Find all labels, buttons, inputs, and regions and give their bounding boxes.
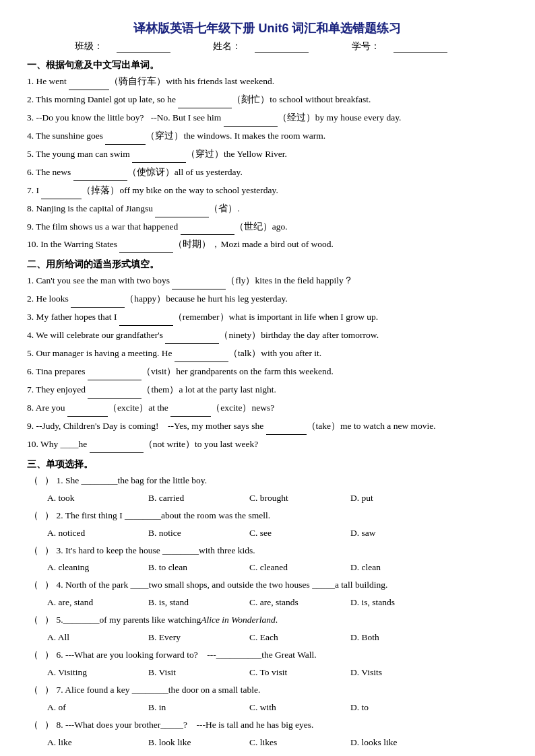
class-label: 班级：: [75, 41, 184, 51]
choice-q8-options: A. likeB. look likeC. likesD. looks like: [47, 735, 508, 751]
section2-title: 二、用所给词的适当形式填空。: [27, 259, 508, 271]
choice-q1: （ ）1. She ________the bag for the little…: [27, 473, 508, 489]
choice-q1-options: A. tookB. carriedC. broughtD. put: [47, 491, 508, 506]
choice-q3-options: A. cleaningB. to cleanC. cleanedD. clean: [47, 560, 508, 576]
q2-2: 2. He looks （happy）because he hurt his l…: [27, 291, 508, 308]
q1-10: 10. In the Warring States （时期），Mozi made…: [27, 237, 508, 253]
name-label: 姓名：: [213, 41, 322, 51]
page-title: 译林版英语七年级下册 Unit6 词汇和单选错题练习: [27, 20, 508, 36]
choice-q3: （ ）3. It's hard to keep the house ______…: [27, 543, 508, 559]
choice-q9: （ ）9. ---How long does it take your fath…: [27, 753, 508, 756]
choice-q7-options: A. ofB. inC. withD. to: [47, 700, 508, 716]
q1-3: 3. --Do you know the little boy? --No. B…: [27, 110, 508, 127]
q1-5: 5. The young man can swim （穿过）the Yellow…: [27, 147, 508, 163]
choice-q2-options: A. noticedB. noticeC. seeD. saw: [47, 526, 508, 541]
q2-7: 7. They enjoyed （them）a lot at the party…: [27, 382, 508, 399]
choice-q6-options: A. VisitingB. VisitC. To visitD. Visits: [47, 665, 508, 681]
header-row: 班级： 姓名： 学号：: [27, 40, 508, 53]
q1-8: 8. Nanjing is the capital of Jiangsu （省）…: [27, 201, 508, 217]
q2-8: 8. Are you （excite）at the （excite）news?: [27, 401, 508, 417]
q1-7: 7. I （掉落）off my bike on the way to schoo…: [27, 183, 508, 199]
choice-q5-options: A. AllB. EveryC. EachD. Both: [47, 630, 508, 646]
q2-1: 1. Can't you see the man with two boys （…: [27, 273, 508, 289]
section3-title: 三、单项选择。: [27, 458, 508, 471]
choice-q4: （ ）4. North of the park ____two small sh…: [27, 578, 508, 593]
choice-q2: （ ）2. The first thing I ________about th…: [27, 508, 508, 524]
choice-q4-options: A. are, standB. is, standC. are, standsD…: [47, 595, 508, 611]
choice-q7: （ ）7. Alice found a key ________the door…: [27, 683, 508, 698]
choice-q5: （ ）5.________of my parents like watching…: [27, 613, 508, 628]
q1-1: 1. He went （骑自行车）with his friends last w…: [27, 74, 508, 90]
id-label: 学号：: [352, 41, 461, 51]
q2-9: 9. --Judy, Children's Day is coming! --Y…: [27, 419, 508, 435]
q1-9: 9. The film shows us a war that happened…: [27, 219, 508, 236]
q2-3: 3. My father hopes that I （remember）what…: [27, 310, 508, 326]
choice-q6: （ ）6. ---What are you looking forward to…: [27, 648, 508, 663]
section1-title: 一、根据句意及中文写出单词。: [27, 59, 508, 71]
q1-2: 2. This morning Daniel got up late, so h…: [27, 92, 508, 108]
choice-q8: （ ）8. ---What does your brother_____? --…: [27, 718, 508, 733]
q1-6: 6. The news （使惊讶）all of us yesterday.: [27, 165, 508, 181]
q1-4: 4. The sunshine goes （穿过）the windows. It…: [27, 129, 508, 145]
q2-5: 5. Our manager is having a meeting. He （…: [27, 346, 508, 362]
q2-4: 4. We will celebrate our grandfather's （…: [27, 328, 508, 344]
q2-6: 6. Tina prepares （visit）her grandparents…: [27, 364, 508, 380]
q2-10: 10. Why ____he （not write）to you last we…: [27, 437, 508, 453]
